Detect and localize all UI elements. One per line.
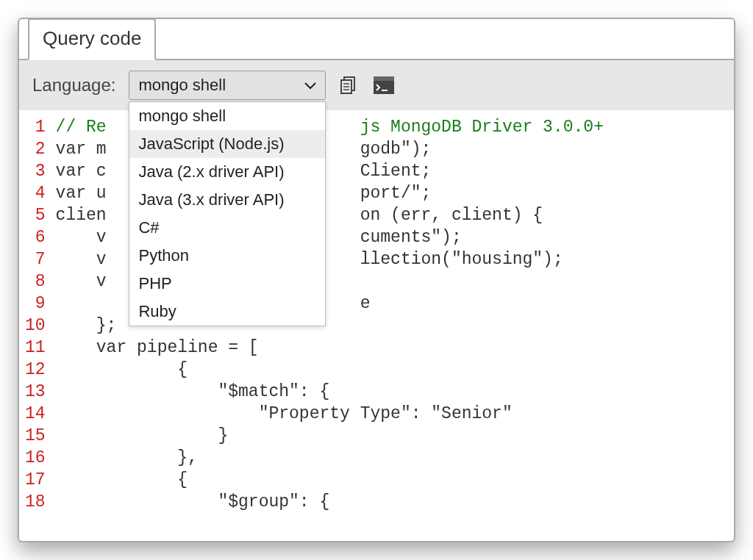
- toolbar: Language: mongo shell mongo shellJavaScr…: [19, 60, 734, 110]
- language-option[interactable]: PHP: [129, 270, 325, 298]
- language-select-wrap: mongo shell mongo shellJavaScript (Node.…: [129, 71, 326, 100]
- copy-icon[interactable]: [339, 75, 360, 96]
- language-option[interactable]: Ruby: [129, 298, 325, 326]
- code-editor[interactable]: 1 2 3 4 5 6 7 8 9 10 11 12 13 14 15 16 1…: [19, 110, 734, 541]
- language-option[interactable]: mongo shell: [129, 102, 325, 130]
- tab-strip: Query code: [19, 19, 734, 60]
- svg-rect-6: [374, 76, 394, 81]
- app-frame: Query code Language: mongo shell mongo s…: [18, 18, 735, 542]
- language-option[interactable]: Java (3.x driver API): [129, 186, 325, 214]
- terminal-icon[interactable]: [373, 76, 395, 95]
- tab-query-code[interactable]: Query code: [28, 18, 156, 60]
- chevron-down-icon: [304, 78, 316, 93]
- language-select[interactable]: mongo shell: [129, 71, 326, 100]
- language-option[interactable]: Java (2.x driver API): [129, 158, 325, 186]
- language-selected-value: mongo shell: [138, 76, 226, 95]
- language-option[interactable]: JavaScript (Node.js): [129, 130, 325, 158]
- line-number-gutter: 1 2 3 4 5 6 7 8 9 10 11 12 13 14 15 16 1…: [19, 110, 53, 541]
- language-option[interactable]: Python: [129, 242, 325, 270]
- language-label: Language:: [32, 75, 115, 96]
- language-dropdown: mongo shellJavaScript (Node.js)Java (2.x…: [129, 101, 326, 326]
- tab-label: Query code: [43, 27, 141, 49]
- language-option[interactable]: C#: [129, 214, 325, 242]
